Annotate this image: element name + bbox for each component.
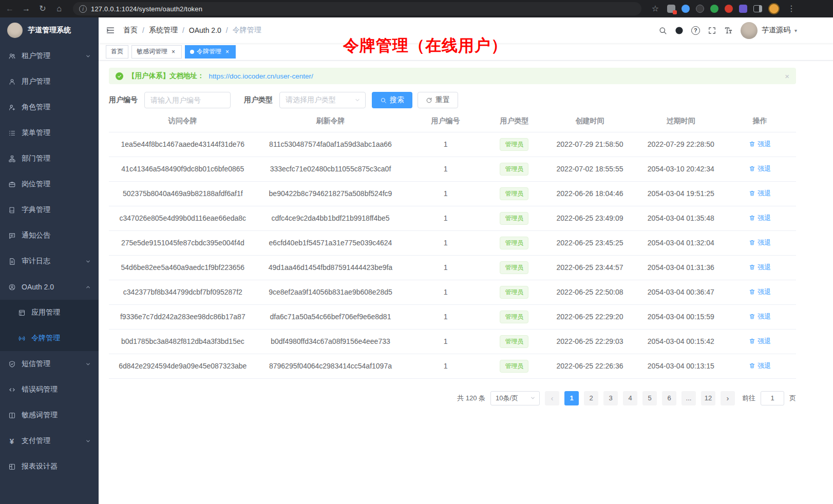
force-logout-button[interactable]: 强退 <box>749 287 771 297</box>
sidebar-item-tenant[interactable]: 租户管理 <box>0 43 99 69</box>
cell-created-time: 2022-06-25 22:50:08 <box>542 280 638 304</box>
github-icon[interactable] <box>675 26 684 35</box>
extension-icon[interactable] <box>696 5 704 13</box>
sidebar-item-menu[interactable]: 菜单管理 <box>0 120 99 146</box>
url-text: 127.0.0.1:1024/system/oauth2/token <box>91 5 202 13</box>
browser-menu-icon[interactable]: ⋮ <box>786 5 797 13</box>
sidebar-item-notice[interactable]: 通知公告 <box>0 223 99 248</box>
extension-icon[interactable] <box>667 5 675 13</box>
force-logout-button[interactable]: 强退 <box>749 238 771 247</box>
reset-button[interactable]: 重置 <box>418 92 458 108</box>
sidebar-item-label: 通知公告 <box>22 231 91 240</box>
goto-page-input[interactable] <box>761 391 784 405</box>
sidebar-item-sensitive-word[interactable]: 敏感词管理 <box>0 402 99 428</box>
next-page-button[interactable]: › <box>721 391 735 405</box>
page-button[interactable]: 6 <box>662 391 676 405</box>
sidebar-item-oauth[interactable]: OAuth 2.0 <box>0 274 99 300</box>
tab-sensitive-word[interactable]: 敏感词管理 × <box>131 45 182 59</box>
extension-icon[interactable] <box>681 5 690 13</box>
address-bar[interactable]: i 127.0.0.1:1024/system/oauth2/token <box>73 2 641 15</box>
prev-page-button[interactable]: ‹ <box>545 391 559 405</box>
cell-user-id: 1 <box>404 280 487 304</box>
extension-icon[interactable] <box>739 5 747 13</box>
tab-home[interactable]: 首页 <box>106 45 128 59</box>
extension-icon[interactable] <box>725 5 733 13</box>
page-content: 【用户体系】文档地址： https://doc.iocoder.cn/user-… <box>99 61 833 504</box>
force-logout-button[interactable]: 强退 <box>749 337 771 346</box>
force-logout-button[interactable]: 强退 <box>749 189 771 198</box>
page-size-select[interactable]: 10条/页 <box>490 391 540 405</box>
page-button[interactable]: 2 <box>584 391 598 405</box>
sidebar-item-pay[interactable]: ¥ 支付管理 <box>0 428 99 454</box>
user-menu[interactable]: 芋道源码 ▾ <box>741 22 797 39</box>
force-logout-button[interactable]: 强退 <box>749 140 771 149</box>
force-logout-label: 强退 <box>758 361 771 371</box>
sidebar-item-oauth-app[interactable]: 应用管理 <box>0 300 99 325</box>
col-access-token: 访问令牌 <box>109 110 257 132</box>
account-circle-icon <box>8 283 16 291</box>
sidebar-item-oauth-token[interactable]: 令牌管理 <box>0 325 99 351</box>
page-button[interactable]: 12 <box>701 391 715 405</box>
cell-actions: 强退 <box>724 181 796 206</box>
browser-home-icon[interactable]: ⌂ <box>53 5 65 13</box>
sidebar-item-sms[interactable]: 短信管理 <box>0 351 99 377</box>
cell-user-type: 管理员 <box>487 354 542 378</box>
search-button[interactable]: 搜索 <box>372 92 412 108</box>
alert-doc-link[interactable]: https://doc.iocoder.cn/user-center/ <box>209 72 313 80</box>
force-logout-button[interactable]: 强退 <box>749 312 771 321</box>
sidebar-item-dict[interactable]: 字典管理 <box>0 197 99 223</box>
page-button[interactable]: ... <box>681 391 696 405</box>
browser-back-icon[interactable]: ← <box>4 5 15 13</box>
browser-reload-icon[interactable]: ↻ <box>37 5 48 13</box>
app-logo[interactable]: 芋道管理系统 <box>0 17 99 43</box>
search-icon[interactable] <box>658 26 667 35</box>
breadcrumb-oauth[interactable]: OAuth 2.0 <box>189 26 221 34</box>
layout-icon <box>8 463 16 471</box>
sidebar-item-label: 部门管理 <box>22 154 91 163</box>
browser-forward-icon[interactable]: → <box>21 5 32 13</box>
force-logout-button[interactable]: 强退 <box>749 164 771 173</box>
site-info-icon[interactable]: i <box>79 5 87 13</box>
cell-expire-time: 2022-07-29 22:28:50 <box>638 132 724 157</box>
col-refresh-token: 刷新令牌 <box>257 110 405 132</box>
breadcrumb-system[interactable]: 系统管理 <box>149 26 178 35</box>
page-button-active[interactable]: 1 <box>564 391 579 405</box>
sidebar-item-role[interactable]: 角色管理 <box>0 94 99 120</box>
page-button[interactable]: 4 <box>623 391 637 405</box>
sidebar-item-dept[interactable]: 部门管理 <box>0 146 99 171</box>
page-button[interactable]: 3 <box>603 391 618 405</box>
sidebar-item-audit-log[interactable]: 审计日志 <box>0 248 99 274</box>
page-buttons: 2 3 4 5 6 ... 12 <box>584 391 715 405</box>
bookmark-star-icon[interactable]: ☆ <box>650 5 661 13</box>
browser-profile-avatar[interactable] <box>768 3 780 14</box>
tab-token[interactable]: 令牌管理 × <box>185 45 236 59</box>
sidebar-item-error-code[interactable]: 错误码管理 <box>0 377 99 402</box>
cell-refresh-token: 333ecfc71e02480cb11055c875c3ca0f <box>257 157 405 181</box>
cell-actions: 强退 <box>724 132 796 157</box>
sidebar-item-label: 菜单管理 <box>22 128 91 138</box>
font-size-icon[interactable] <box>724 26 733 35</box>
extension-icon[interactable] <box>710 5 718 13</box>
page-button[interactable]: 5 <box>642 391 657 405</box>
force-logout-button[interactable]: 强退 <box>749 263 771 272</box>
side-panel-icon[interactable] <box>753 5 762 12</box>
cell-created-time: 2022-06-25 22:29:03 <box>542 329 638 354</box>
user-id-input[interactable] <box>144 92 231 108</box>
sidebar-item-label: 短信管理 <box>22 359 80 369</box>
sidebar-item-post[interactable]: 岗位管理 <box>0 171 99 197</box>
tab-close-icon[interactable]: × <box>224 48 231 55</box>
user-type-badge: 管理员 <box>500 311 528 323</box>
breadcrumb-home[interactable]: 首页 <box>123 26 138 35</box>
tab-close-icon[interactable]: × <box>170 48 177 55</box>
fullscreen-icon[interactable] <box>708 26 716 35</box>
sidebar-item-user[interactable]: 用户管理 <box>0 69 99 94</box>
alert-close-icon[interactable]: × <box>785 72 789 81</box>
cell-user-id: 1 <box>404 230 487 255</box>
force-logout-button[interactable]: 强退 <box>749 214 771 223</box>
help-icon[interactable]: ? <box>691 26 700 35</box>
sidebar-collapse-icon[interactable] <box>106 26 115 35</box>
force-logout-button[interactable]: 强退 <box>749 361 771 371</box>
user-type-select[interactable]: 请选择用户类型 <box>279 92 366 108</box>
main-area: 首页 / 系统管理 / OAuth 2.0 / 令牌管理 ? 芋道源码 ▾ <box>99 17 833 504</box>
sidebar-item-report-designer[interactable]: 报表设计器 <box>0 454 99 479</box>
